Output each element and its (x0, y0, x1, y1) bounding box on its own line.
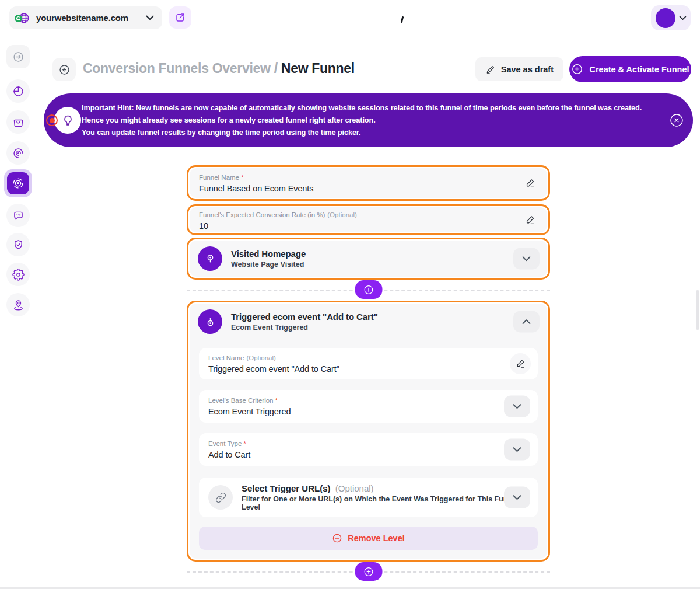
annotation-box-level-ecom: Triggered ecom event "Add to Cart" Ecom … (187, 301, 550, 562)
base-criterion-field[interactable]: Level's Base Criterion* Ecom Event Trigg… (199, 390, 538, 423)
sidebar-item-analytics[interactable] (6, 79, 30, 103)
optional-tag: (Optional) (335, 483, 374, 493)
trigger-urls-texts: Select Trigger URL(s) (Optional) Filter … (242, 483, 528, 511)
link-badge (208, 485, 233, 510)
account-menu[interactable] (651, 5, 691, 30)
record-dot-icon (46, 114, 58, 126)
sidebar-item-nav-toggle[interactable] (6, 45, 30, 68)
edit-icon[interactable] (510, 353, 531, 374)
sidebar-item-ecommerce[interactable] (6, 110, 30, 134)
feedback-chat-icon (12, 210, 24, 222)
level-name-label: Level Name(Optional) (208, 354, 528, 362)
hint-line-1: Important Hint: New funnels are now capa… (82, 102, 642, 114)
active-item-background (7, 172, 29, 194)
pencil-icon (485, 64, 496, 75)
funnel-name-value: Funnel Based on Ecom Events (199, 183, 538, 194)
ecommerce-bag-icon (12, 116, 24, 128)
level-texts: Visited Homepage Website Page Visited (231, 249, 306, 269)
level-subtitle: Ecom Event Triggered (231, 323, 378, 332)
trigger-urls-field[interactable]: Select Trigger URL(s) (Optional) Filter … (199, 478, 538, 517)
funnel-name-field[interactable]: Funnel Name* Funnel Based on Ecom Events (190, 168, 547, 198)
level-name-field[interactable]: Level Name(Optional) Triggered ecom even… (199, 348, 538, 379)
back-arrow-icon (58, 64, 71, 76)
trigger-urls-dropdown-button[interactable] (504, 487, 530, 508)
lightbulb-icon (61, 113, 75, 128)
sidebar-item-funnels-active[interactable] (4, 169, 32, 197)
remove-level-button[interactable]: Remove Level (199, 527, 538, 550)
chevron-down-icon (146, 15, 154, 20)
vertical-scrollbar-thumb[interactable] (696, 290, 699, 330)
conversion-rate-value: 10 (199, 221, 538, 232)
privacy-shield-icon (12, 239, 24, 251)
globe-icon (18, 12, 30, 25)
locations-pin-icon (12, 299, 24, 311)
expand-level-button[interactable] (513, 248, 540, 270)
sidebar-item-locations[interactable] (6, 293, 30, 316)
optional-tag: (Optional) (327, 211, 357, 218)
sidebar-nav (0, 36, 36, 589)
level-card-visited-homepage[interactable]: Visited Homepage Website Page Visited (190, 241, 547, 277)
add-level-divider-bottom (187, 562, 550, 583)
funnels-target-icon (12, 177, 24, 190)
event-type-label: Event Type* (208, 440, 528, 448)
conversion-rate-field[interactable]: Funnel's Expected Conversion Rate (in %)… (190, 207, 547, 232)
page-pin-icon (204, 252, 217, 266)
edit-icon[interactable] (524, 214, 536, 226)
save-as-draft-label: Save as draft (501, 65, 554, 74)
breadcrumb-current: New Funnel (281, 61, 355, 76)
sidebar-item-sessions[interactable] (6, 141, 30, 165)
event-type-dropdown-button[interactable] (504, 439, 530, 461)
chevron-up-icon (522, 319, 531, 325)
add-level-button[interactable] (355, 562, 382, 581)
main-content: Conversion Funnels Overview /New Funnel … (36, 36, 700, 589)
funnel-name-label: Funnel Name* (199, 173, 538, 182)
level-header[interactable]: Triggered ecom event "Add to Cart" Ecom … (190, 304, 547, 340)
remove-level-label: Remove Level (348, 534, 405, 543)
level-title: Triggered ecom event "Add to Cart" (231, 312, 378, 322)
chevron-down-icon (513, 447, 522, 452)
add-level-button[interactable] (355, 280, 382, 299)
base-criterion-label: Level's Base Criterion* (208, 396, 528, 405)
annotation-box-level-visited: Visited Homepage Website Page Visited (187, 238, 550, 280)
base-criterion-dropdown-button[interactable] (504, 396, 530, 417)
breadcrumb-parent: Conversion Funnels Overview / (83, 61, 278, 76)
site-selector[interactable]: yourwebsitename.com (9, 6, 162, 29)
required-asterisk: * (275, 397, 278, 404)
optional-tag: (Optional) (246, 354, 276, 361)
collapse-level-button[interactable] (513, 311, 540, 333)
sessions-spiral-icon (12, 147, 24, 159)
hint-line-3: You can update funnel results by changin… (82, 126, 642, 138)
sidebar-item-feedback[interactable] (6, 204, 30, 227)
lightbulb-badge (54, 107, 81, 134)
chevron-down-icon (522, 256, 531, 262)
level-card-ecom-event: Triggered ecom event "Add to Cart" Ecom … (190, 304, 547, 559)
event-type-field[interactable]: Event Type* Add to Cart (199, 433, 538, 466)
page-title: Conversion Funnels Overview /New Funnel (83, 61, 355, 76)
event-trigger-icon (204, 315, 217, 329)
close-icon (670, 113, 684, 127)
text-cursor-artifact (401, 16, 404, 23)
external-link-icon (175, 12, 186, 23)
trigger-urls-subtitle: Filter for One or More URL(s) on Which t… (242, 495, 528, 511)
plus-circle-icon (363, 566, 374, 577)
annotation-box-conversion-rate: Funnel's Expected Conversion Rate (in %)… (187, 204, 550, 235)
minus-circle-icon (332, 533, 342, 543)
banner-close-button[interactable] (670, 113, 684, 127)
level-title: Visited Homepage (231, 249, 306, 259)
trigger-urls-title: Select Trigger URL(s) (Optional) (242, 483, 528, 493)
plus-circle-icon (363, 284, 374, 295)
create-activate-funnel-button[interactable]: Create & Activate Funnel (569, 56, 691, 82)
site-name: yourwebsitename.com (36, 13, 128, 23)
avatar (656, 8, 676, 28)
sidebar-item-settings[interactable] (6, 263, 30, 286)
save-as-draft-button[interactable]: Save as draft (475, 57, 564, 81)
topbar: yourwebsitename.com (0, 0, 700, 36)
ecom-event-badge (198, 309, 222, 334)
annotation-box-funnel-name: Funnel Name* Funnel Based on Ecom Events (187, 165, 550, 201)
bottom-scrollbar-track (0, 587, 700, 589)
sidebar-item-privacy[interactable] (6, 233, 30, 256)
open-external-button[interactable] (169, 6, 191, 29)
edit-icon[interactable] (524, 177, 536, 189)
page-visited-badge (198, 246, 222, 271)
back-button[interactable] (52, 58, 76, 81)
